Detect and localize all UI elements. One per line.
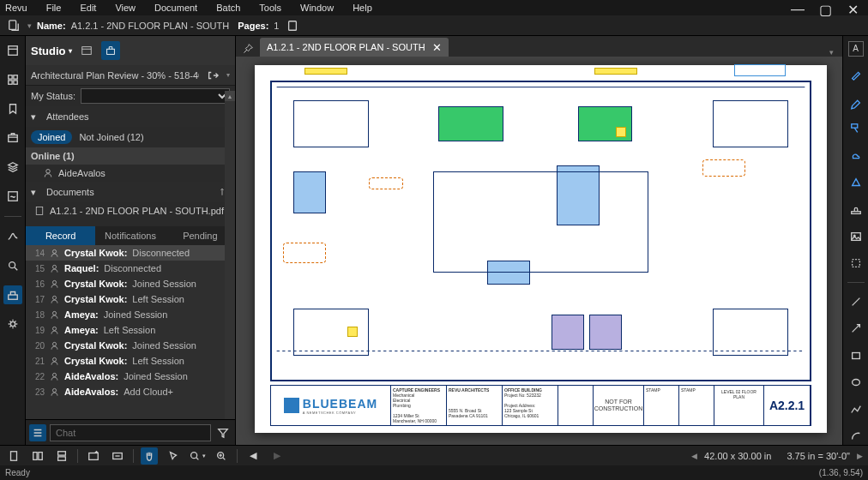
select-tool-icon[interactable] xyxy=(165,447,182,465)
new-doc-button[interactable] xyxy=(5,17,22,34)
crop-icon[interactable] xyxy=(847,255,865,272)
tab-record[interactable]: Record xyxy=(26,226,95,245)
search-icon[interactable] xyxy=(3,256,22,275)
toolchest-icon[interactable] xyxy=(3,129,22,147)
arrow-tool-icon[interactable] xyxy=(847,321,865,337)
pen-tool-icon[interactable] xyxy=(847,67,865,83)
pin-icon[interactable] xyxy=(239,39,256,57)
scroll-up-button[interactable]: ▲ xyxy=(225,91,235,101)
markups-icon[interactable] xyxy=(3,227,22,246)
prev-view-icon[interactable]: ◀ xyxy=(244,447,262,465)
cloud-icon[interactable] xyxy=(847,147,865,164)
properties-gear-icon[interactable] xyxy=(3,315,22,333)
svg-rect-40 xyxy=(58,456,66,459)
thumbnails-icon[interactable] xyxy=(3,70,22,89)
record-row[interactable]: 22AideAvalos:Joined Session xyxy=(26,369,235,384)
document-row[interactable]: A1.2.1 - 2ND FLOOR PLAN - SOUTH.pdf xyxy=(26,202,235,219)
callout-icon[interactable] xyxy=(847,120,865,136)
studio-panel: Studio▾ Architectural Plan Review - 30% … xyxy=(26,36,236,445)
menu-view[interactable]: View xyxy=(115,3,136,13)
maximize-button[interactable]: ▢ xyxy=(817,2,834,18)
close-tab-icon[interactable]: ✕ xyxy=(432,41,442,54)
filter-icon[interactable] xyxy=(214,424,232,441)
next-view-icon[interactable]: ▶ xyxy=(268,447,286,465)
joined-pill[interactable]: Joined xyxy=(31,130,72,144)
studio-dropdown[interactable]: Studio▾ xyxy=(31,45,72,57)
zoom-extents-icon[interactable] xyxy=(213,447,230,465)
drawing-canvas[interactable]: BLUEBEAM A NEMETSCHEK COMPANY CAPTURE EN… xyxy=(236,57,842,445)
svg-rect-36 xyxy=(11,451,17,460)
scale-caret-left[interactable]: ◀ xyxy=(691,452,697,460)
svg-rect-3 xyxy=(8,75,11,79)
scale-caret-right[interactable]: ▶ xyxy=(857,452,863,460)
menu-tools[interactable]: Tools xyxy=(259,3,281,13)
page-nav-button[interactable] xyxy=(284,17,301,34)
tab-overflow-icon[interactable]: ▾ xyxy=(824,48,839,57)
pages-label: Pages: xyxy=(238,21,268,31)
documents-header[interactable]: ▾Documents xyxy=(26,182,235,202)
user-icon xyxy=(50,295,59,304)
svg-point-11 xyxy=(10,321,15,326)
studio-icon[interactable] xyxy=(3,285,22,304)
projects-icon[interactable] xyxy=(101,41,120,60)
chat-input[interactable] xyxy=(50,424,211,441)
text-tool-icon[interactable]: A xyxy=(848,41,864,57)
svg-rect-0 xyxy=(9,20,16,29)
record-row[interactable]: 17Crystal Kwok:Left Session xyxy=(26,291,235,307)
sessions-icon[interactable] xyxy=(77,41,96,60)
svg-rect-1 xyxy=(289,21,297,30)
zoom-dropdown-icon[interactable]: ▾ xyxy=(189,447,206,465)
rectangle-icon[interactable] xyxy=(847,347,865,363)
pan-tool-icon[interactable] xyxy=(141,447,158,465)
bookmarks-icon[interactable] xyxy=(3,99,22,118)
record-row[interactable]: 20Crystal Kwok:Joined Session xyxy=(26,338,235,353)
minimize-button[interactable]: — xyxy=(789,2,806,18)
menu-edit[interactable]: Edit xyxy=(80,3,96,13)
menu-batch[interactable]: Batch xyxy=(216,3,240,13)
menu-document[interactable]: Document xyxy=(154,3,197,13)
record-row[interactable]: 16Crystal Kwok:Joined Session xyxy=(26,276,235,291)
document-tab[interactable]: A1.2.1 - 2ND FLOOR PLAN - SOUTH ✕ xyxy=(260,38,449,57)
close-button[interactable]: ✕ xyxy=(844,2,861,18)
menu-file[interactable]: File xyxy=(46,3,62,13)
fit-page-icon[interactable] xyxy=(109,447,126,465)
user-icon xyxy=(43,168,53,178)
menu-revu[interactable]: Revu xyxy=(5,3,27,13)
record-row[interactable]: 15Raquel:Disconnected xyxy=(26,261,235,276)
record-row[interactable]: 18Ameya:Joined Session xyxy=(26,307,235,322)
tab-notifications[interactable]: Notifications xyxy=(95,226,165,245)
layers-icon[interactable] xyxy=(3,158,22,177)
image-icon[interactable] xyxy=(847,228,865,244)
notjoined-text[interactable]: Not Joined (12) xyxy=(79,132,143,142)
svg-rect-33 xyxy=(852,260,859,267)
highlighter-icon[interactable] xyxy=(847,93,865,110)
ellipse-icon[interactable] xyxy=(847,375,865,391)
single-page-icon[interactable] xyxy=(5,447,22,465)
shape-tool-icon[interactable] xyxy=(847,174,865,190)
record-row[interactable]: 14Crystal Kwok:Disconnected xyxy=(26,245,235,261)
attendee-row[interactable]: AideAvalos xyxy=(26,165,235,182)
leave-session-icon[interactable] xyxy=(204,67,221,84)
menu-window[interactable]: Window xyxy=(300,3,334,13)
record-row[interactable]: 21Crystal Kwok:Left Session xyxy=(26,353,235,369)
signatures-icon[interactable] xyxy=(3,187,22,206)
svg-rect-4 xyxy=(13,75,16,79)
mystatus-select[interactable] xyxy=(81,88,230,104)
split-vert-icon[interactable] xyxy=(29,447,46,465)
stamp-icon[interactable] xyxy=(847,201,865,218)
arc-icon[interactable] xyxy=(847,428,865,444)
polyline-icon[interactable] xyxy=(847,401,865,417)
snapshot-icon[interactable] xyxy=(85,447,102,465)
list-view-icon[interactable] xyxy=(29,424,46,441)
menu-help[interactable]: Help xyxy=(353,3,372,13)
svg-rect-6 xyxy=(13,81,16,84)
mystatus-label: My Status: xyxy=(31,91,75,101)
record-row[interactable]: 23AideAvalos:Add Cloud+ xyxy=(26,384,235,399)
split-horiz-icon[interactable] xyxy=(53,447,70,465)
svg-point-18 xyxy=(52,280,56,284)
line-tool-icon[interactable] xyxy=(847,293,865,309)
attendees-header[interactable]: ▾Attendees xyxy=(26,106,235,127)
record-row[interactable]: 19Ameya:Left Session xyxy=(26,322,235,338)
file-access-icon[interactable] xyxy=(3,41,22,60)
svg-rect-39 xyxy=(58,451,66,454)
